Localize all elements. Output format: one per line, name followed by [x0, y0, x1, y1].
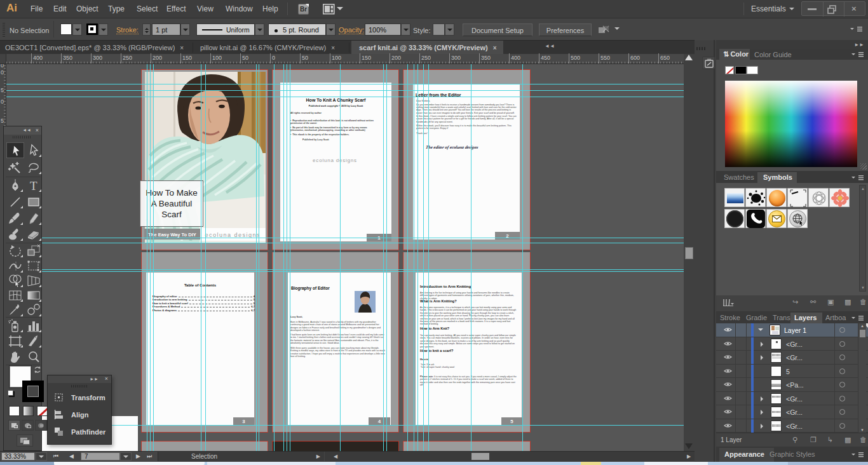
svg-text:T: T — [30, 179, 37, 192]
